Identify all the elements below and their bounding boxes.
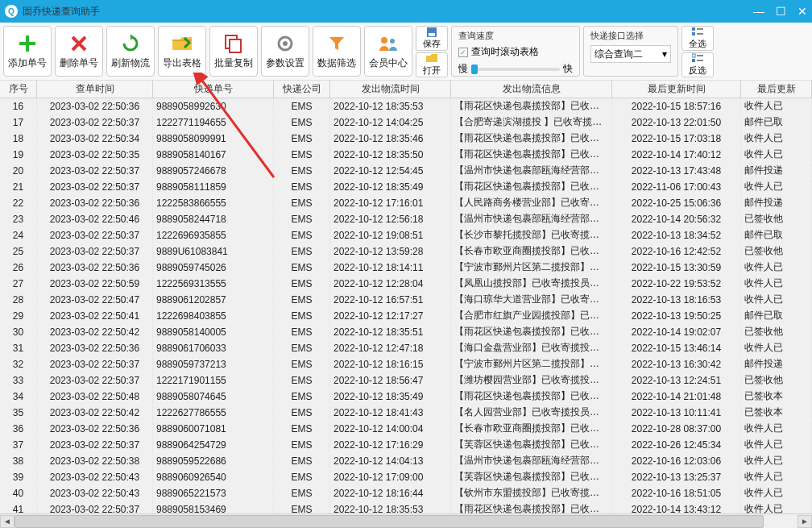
col-company[interactable]: 快递公司 [274, 81, 330, 98]
table-row[interactable]: 372023-03-02 22:50:379889064254729EMS202… [0, 437, 812, 453]
maximize-button[interactable]: ☐ [776, 5, 786, 18]
open-button[interactable]: 打开 [416, 52, 448, 77]
cell-number: 40 [0, 485, 37, 501]
cell-out-info: 【芙蓉区快递包裹揽投部】已收… [451, 437, 612, 452]
cell-out-info: 【人民路商务楼营业部】已收寄… [451, 195, 612, 210]
delete-button[interactable]: 删除单号 [55, 26, 103, 77]
table-row[interactable]: 402023-03-02 22:50:439889065221573EMS202… [0, 485, 812, 501]
col-last-info[interactable]: 最后更新 [741, 81, 812, 98]
slider-thumb[interactable] [471, 64, 478, 74]
speed-slider[interactable] [471, 68, 560, 71]
table-row[interactable]: 342023-03-02 22:50:489889058074645EMS202… [0, 389, 812, 405]
cell-query-time: 2023-03-02 22:50:43 [37, 485, 153, 501]
table-row[interactable]: 242023-03-02 22:50:371222696935855EMS202… [0, 227, 812, 243]
table-row[interactable]: 312023-03-02 22:50:369889061706033EMS202… [0, 340, 812, 356]
svg-rect-17 [697, 60, 703, 61]
table-row[interactable]: 392023-03-02 22:50:439889060926540EMS202… [0, 469, 812, 485]
table-row[interactable]: 202023-03-02 22:50:379889057246678EMS202… [0, 163, 812, 179]
scrollbar-horizontal[interactable]: ◄ ► [0, 513, 812, 528]
table-row[interactable]: 252023-03-02 22:50:379889U61083841EMS202… [0, 243, 812, 260]
cell-number: 35 [0, 405, 37, 420]
invert-button[interactable]: 反选 [682, 52, 714, 77]
table-row[interactable]: 322023-03-02 22:50:379889059737213EMS202… [0, 356, 812, 372]
add-button[interactable]: 添加单号 [3, 26, 52, 77]
col-last-time[interactable]: 最后更新时间 [612, 81, 741, 98]
col-number[interactable]: 序号 [0, 81, 37, 98]
cell-tracking-no: 9889058244718 [153, 211, 274, 227]
cell-out-info: 【长春市欧亚商圈揽投部】已收… [451, 243, 612, 259]
minimize-button[interactable]: — [753, 5, 764, 18]
scroll-checkbox[interactable]: ✓ [458, 48, 468, 57]
cell-query-time: 2023-03-02 22:50:37 [37, 179, 153, 194]
table-row[interactable]: 282023-03-02 22:50:479889061202857EMS202… [0, 292, 812, 308]
cell-last-info: 收件人已 [741, 453, 812, 468]
table-row[interactable]: 192023-03-02 22:50:359889058140167EMS202… [0, 147, 812, 163]
cell-query-time: 2023-03-02 22:50:36 [37, 260, 153, 275]
interface-select[interactable]: 综合查询二 ▾ [590, 45, 671, 63]
cell-last-info: 收件人已 [741, 147, 812, 162]
svg-rect-1 [19, 42, 35, 45]
cell-company: EMS [274, 276, 330, 291]
cell-out-info: 【雨花区快递包裹揽投部】已收… [451, 98, 612, 114]
cell-tracking-no: 9889057246678 [153, 163, 274, 178]
table-row[interactable]: 212023-03-02 22:50:379889058111859EMS202… [0, 179, 812, 195]
cell-out-time: 2022-10-12 18:16:44 [330, 485, 451, 501]
table-row[interactable]: 302023-03-02 22:50:429889058140005EMS202… [0, 324, 812, 340]
col-out-time[interactable]: 发出物流时间 [330, 81, 451, 98]
save-button[interactable]: 保存 [416, 26, 448, 51]
refresh-button[interactable]: 刷新物流 [106, 26, 155, 77]
export-button[interactable]: 导出表格 [158, 26, 206, 77]
cell-last-info: 邮件投递 [741, 195, 812, 210]
table-row[interactable]: 332023-03-02 22:50:371222171901155EMS202… [0, 372, 812, 389]
table-row[interactable]: 162023-03-02 22:50:369889058992630EMS202… [0, 98, 812, 114]
cell-company: EMS [274, 372, 330, 388]
select-all-button[interactable]: 全选 [682, 26, 714, 51]
col-query-time[interactable]: 查单时间 [37, 81, 153, 98]
table-row[interactable]: 182023-03-02 22:50:349889058099991EMS202… [0, 131, 812, 147]
cell-out-time: 2022-10-12 18:35:46 [330, 131, 451, 146]
cell-out-info: 【钦州市东盟揽投部】已收寄揽… [451, 485, 612, 501]
filter-icon [325, 32, 348, 55]
cell-query-time: 2023-03-02 22:50:42 [37, 405, 153, 420]
copy-button[interactable]: 批量复制 [209, 26, 258, 77]
cell-last-time: 2022-10-14 20:56:32 [612, 211, 741, 227]
scroll-thumb[interactable] [14, 515, 764, 528]
cell-out-time: 2022-10-12 19:08:51 [330, 227, 451, 243]
table-row[interactable]: 362023-03-02 22:50:369889060071081EMS202… [0, 421, 812, 437]
table-row[interactable]: 232023-03-02 22:50:469889058244718EMS202… [0, 211, 812, 227]
filter-button[interactable]: 数据筛选 [313, 26, 361, 77]
col-out-info[interactable]: 发出物流信息 [451, 81, 612, 98]
folder-open-icon [426, 53, 437, 64]
cell-last-info: 邮件已取 [741, 114, 812, 130]
scroll-right-button[interactable]: ► [798, 515, 812, 528]
cell-last-info: 已签收他 [741, 243, 812, 259]
cell-number: 27 [0, 276, 37, 291]
scroll-track[interactable] [14, 515, 798, 528]
close-button[interactable]: ✕ [798, 5, 807, 18]
cell-tracking-no: 1222171901155 [153, 372, 274, 388]
cell-number: 22 [0, 195, 37, 210]
cell-company: EMS [274, 324, 330, 339]
cell-last-info: 收件人已 [741, 98, 812, 114]
table-row[interactable]: 292023-03-02 22:50:411222698403855EMS202… [0, 308, 812, 324]
cell-query-time: 2023-03-02 22:50:37 [37, 243, 153, 259]
cell-company: EMS [274, 292, 330, 307]
table-row[interactable]: 262023-03-02 22:50:369889059745026EMS202… [0, 260, 812, 276]
cell-out-info: 【海口琼华大道营业部】已收寄… [451, 292, 612, 307]
table-row[interactable]: 272023-03-02 22:50:591222569313555EMS202… [0, 276, 812, 292]
table-row[interactable]: 382023-03-02 22:50:389889059522686EMS202… [0, 453, 812, 469]
scroll-left-button[interactable]: ◄ [0, 515, 14, 528]
svg-rect-10 [692, 27, 695, 31]
cell-company: EMS [274, 469, 330, 484]
cell-tracking-no: 1222771194655 [153, 114, 274, 130]
table-row[interactable]: 352023-03-02 22:50:421222627786555EMS202… [0, 405, 812, 421]
col-tracking-no[interactable]: 快递单号 [153, 81, 274, 98]
member-button[interactable]: 会员中心 [364, 26, 412, 77]
table-row[interactable]: 222023-03-02 22:50:361222583866555EMS202… [0, 195, 812, 211]
cell-out-info: 【潍坊樱园营业部】已收寄揽投… [451, 372, 612, 388]
params-button[interactable]: 参数设置 [261, 26, 309, 77]
checklist-icon [692, 27, 703, 38]
table-row[interactable]: 172023-03-02 22:50:371222771194655EMS202… [0, 114, 812, 131]
cell-tracking-no: 1222698403855 [153, 308, 274, 323]
cell-out-time: 2022-10-12 16:57:51 [330, 292, 451, 307]
